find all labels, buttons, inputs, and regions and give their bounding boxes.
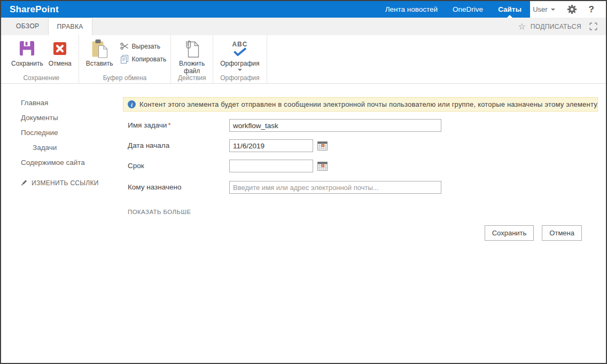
required-asterisk: * xyxy=(168,121,170,129)
ribbon: Сохранить Отмена Сохранение xyxy=(1,35,606,84)
tab-edit[interactable]: ПРАВКА xyxy=(48,18,92,35)
ribbon-save-button[interactable]: Сохранить xyxy=(9,38,46,68)
pencil-icon xyxy=(20,179,27,187)
star-icon: ☆ xyxy=(518,22,525,31)
focus-mode-button[interactable] xyxy=(589,22,597,30)
focus-frame-icon xyxy=(589,22,597,30)
due-date-picker-button[interactable] xyxy=(317,162,328,171)
start-date-label: Дата начала xyxy=(128,139,229,149)
chevron-down-icon xyxy=(551,9,555,11)
form-footer-buttons: Сохранить Отмена xyxy=(123,225,598,241)
info-banner: i Контент этого элемента будет отправлен… xyxy=(123,97,598,112)
suite-bar: SharePoint Лента новостей OneDrive Сайты… xyxy=(1,1,606,18)
quick-launch-nav: Главная Документы Последние Задачи Содер… xyxy=(1,84,123,170)
cut-label: Вырезать xyxy=(132,43,160,50)
main-content: i Контент этого элемента будет отправлен… xyxy=(123,84,606,363)
attach-file-icon xyxy=(184,39,200,58)
sharepoint-logo[interactable]: SharePoint xyxy=(1,4,59,15)
copy-label: Копировать xyxy=(132,56,167,63)
cut-button[interactable]: Вырезать xyxy=(120,42,167,50)
due-date-input[interactable] xyxy=(229,160,313,172)
suite-bar-right: User ? xyxy=(530,1,606,18)
clipboard-small-buttons: Вырезать Копировать xyxy=(120,38,167,64)
copy-button[interactable]: Копировать xyxy=(120,55,167,64)
tab-row-right: ☆ ПОДПИСАТЬСЯ xyxy=(518,18,606,35)
cancel-x-icon xyxy=(53,42,67,56)
suite-bar-blue: SharePoint Лента новостей OneDrive Сайты xyxy=(1,1,530,18)
sidebar-item-documents[interactable]: Документы xyxy=(1,110,123,125)
sidebar-item-recent[interactable]: Последние xyxy=(1,125,123,140)
ribbon-save-label: Сохранить xyxy=(11,60,43,67)
start-date-picker-button[interactable] xyxy=(317,141,328,151)
due-date-label: Срок xyxy=(128,160,229,170)
paste-button[interactable]: Вставить xyxy=(83,38,116,68)
task-form: Имя задачи* Дата начала xyxy=(123,119,598,194)
ribbon-tab-row: ОБЗОР ПРАВКА ☆ ПОДПИСАТЬСЯ xyxy=(1,18,606,35)
calendar-icon xyxy=(317,162,328,171)
task-name-label: Имя задачи* xyxy=(128,119,229,129)
suite-nav: Лента новостей OneDrive Сайты xyxy=(378,1,529,18)
group-label-clipboard: Буфер обмена xyxy=(79,74,171,82)
ribbon-cancel-label: Отмена xyxy=(49,60,72,67)
suite-link-newsfeed[interactable]: Лента новостей xyxy=(378,1,445,18)
help-button[interactable]: ? xyxy=(589,4,594,15)
gear-icon xyxy=(567,4,577,14)
spelling-label: Орфография xyxy=(220,60,259,67)
attach-file-label: Вложить файл xyxy=(178,60,206,75)
page-body: Главная Документы Последние Задачи Содер… xyxy=(1,84,606,363)
ribbon-group-spelling: ABC Орфография Орфография xyxy=(213,35,267,83)
spelling-button[interactable]: ABC Орфография xyxy=(217,38,262,72)
assigned-to-input[interactable] xyxy=(229,181,441,194)
start-date-input[interactable] xyxy=(229,139,313,152)
ribbon-group-commit: Сохранить Отмена Сохранение xyxy=(4,35,79,83)
show-more-link[interactable]: ПОКАЗАТЬ БОЛЬШЕ xyxy=(123,209,598,215)
sidebar: Главная Документы Последние Задачи Содер… xyxy=(1,84,123,187)
spelling-dropdown-icon xyxy=(238,69,242,71)
edit-links-label: ИЗМЕНИТЬ ССЫЛКИ xyxy=(32,179,99,187)
attach-file-button[interactable]: Вложить файл xyxy=(175,38,208,76)
spellcheck-abc-icon: ABC xyxy=(232,41,247,56)
form-row-assigned-to: Кому назначено xyxy=(128,181,598,194)
edit-links-button[interactable]: ИЗМЕНИТЬ ССЫЛКИ xyxy=(1,179,123,187)
form-row-task-name: Имя задачи* xyxy=(128,119,598,132)
follow-button[interactable]: ПОДПИСАТЬСЯ xyxy=(531,23,581,30)
cancel-button[interactable]: Отмена xyxy=(542,225,582,241)
user-menu-label: User xyxy=(533,5,547,13)
sharepoint-window: SharePoint Лента новостей OneDrive Сайты… xyxy=(0,0,607,364)
task-name-input[interactable] xyxy=(229,119,441,132)
sidebar-item-tasks[interactable]: Задачи xyxy=(1,140,123,155)
form-row-start-date: Дата начала xyxy=(128,139,598,152)
paste-clipboard-icon xyxy=(91,39,108,58)
info-banner-text: Контент этого элемента будет отправлен в… xyxy=(139,100,598,108)
ribbon-tabs: ОБЗОР ПРАВКА xyxy=(7,18,92,35)
group-label-commit: Сохранение xyxy=(4,74,79,82)
scissors-icon xyxy=(120,42,129,50)
suite-link-sites[interactable]: Сайты xyxy=(491,1,529,18)
sidebar-item-site-contents[interactable]: Содержимое сайта xyxy=(1,155,123,170)
calendar-icon xyxy=(317,141,328,151)
assigned-to-label: Кому назначено xyxy=(128,181,229,191)
settings-gear-button[interactable] xyxy=(567,4,577,14)
paste-label: Вставить xyxy=(86,60,113,67)
save-floppy-icon xyxy=(19,41,35,56)
group-label-actions: Действия xyxy=(171,74,213,82)
ribbon-group-clipboard: Вставить Вырезать xyxy=(79,35,172,83)
user-menu[interactable]: User xyxy=(533,5,555,13)
ribbon-group-actions: Вложить файл Действия xyxy=(171,35,213,83)
sidebar-item-home[interactable]: Главная xyxy=(1,96,123,110)
suite-link-onedrive[interactable]: OneDrive xyxy=(445,1,491,18)
form-row-due-date: Срок xyxy=(128,160,598,172)
ribbon-cancel-button[interactable]: Отмена xyxy=(46,38,74,68)
copy-pages-icon xyxy=(120,55,129,64)
save-button[interactable]: Сохранить xyxy=(485,225,534,241)
tab-browse[interactable]: ОБЗОР xyxy=(7,18,48,35)
info-icon: i xyxy=(128,100,136,108)
group-label-spelling: Орфография xyxy=(213,74,266,82)
